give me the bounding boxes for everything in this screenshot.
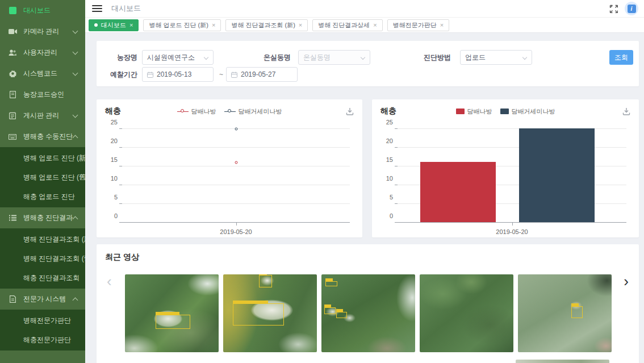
download-icon[interactable]: [346, 107, 354, 115]
leaf-photo-4[interactable]: [420, 274, 513, 352]
chevron-down-icon: [204, 55, 208, 60]
sidebar-item-8[interactable]: 전문가 시스템: [0, 289, 85, 310]
sidebar-item-0[interactable]: 대시보드: [0, 0, 85, 21]
method-select[interactable]: 업로드: [460, 50, 532, 65]
legend-item[interactable]: 담배나방: [177, 107, 216, 116]
detection-box: [571, 306, 583, 318]
legend-item[interactable]: 담배거세미나방: [224, 107, 282, 116]
tab-4[interactable]: 병해전문가판단×: [387, 19, 449, 31]
leaf-photo-1[interactable]: [125, 274, 219, 352]
tab-label: 병해 업로드 진단 (新): [149, 21, 208, 30]
content: 농장명 시설원예연구소 온실동명 온실동명 진단방법 업로드 조회 예찰기: [85, 34, 644, 363]
carousel-next-icon[interactable]: ›: [624, 274, 629, 289]
sidebar-subitem[interactable]: 병해 진단결과조회 (舊): [0, 249, 85, 268]
greenhouse-select[interactable]: 온실동명: [298, 50, 370, 65]
detection-label-tag: [336, 309, 342, 312]
detection-box: [324, 307, 336, 314]
y-tick-mark: [395, 185, 398, 185]
y-tick-mark: [119, 185, 122, 185]
sidebar-item-1[interactable]: 카메라 관리: [0, 21, 85, 42]
detection-label-tag: [571, 303, 578, 306]
y-tick-label: 0: [376, 212, 393, 219]
calendar-icon: [147, 72, 153, 78]
y-tick-label: 25: [101, 119, 118, 126]
y-tick-label: 5: [376, 194, 393, 201]
sidebar-item-6[interactable]: 병해충 수동진단: [0, 126, 85, 147]
sidebar-submenu: 병해전문가판단해충전문가판단: [0, 310, 85, 351]
detection-label-tag: [259, 274, 267, 275]
close-tab-icon[interactable]: ×: [373, 22, 377, 28]
data-point-담배나방[interactable]: [235, 161, 237, 164]
legend-item[interactable]: 담배거세미나방: [500, 107, 555, 116]
sidebar-item-2[interactable]: 사용자관리: [0, 42, 85, 63]
legend-line-marker: [177, 109, 189, 114]
tab-0[interactable]: 대시보드×: [89, 19, 139, 31]
sidebar-item-5[interactable]: 게시판 관리: [0, 105, 85, 126]
detection-box: [336, 312, 346, 318]
close-tab-icon[interactable]: ×: [440, 22, 444, 28]
method-label: 진단방법: [416, 53, 451, 62]
sidebar-subitem[interactable]: 병해 진단결과조회 (新): [0, 230, 85, 249]
tab-1[interactable]: 병해 업로드 진단 (新)×: [143, 19, 221, 31]
sidebar-item-label: 카메라 관리: [23, 27, 59, 36]
chevron-down-icon: [73, 70, 78, 76]
dashboard-icon: [8, 6, 17, 15]
data-point-담배거세미나방[interactable]: [235, 128, 237, 131]
period-start-input[interactable]: 2019-05-13: [142, 67, 214, 82]
sidebar-item-3[interactable]: 시스템코드: [0, 63, 85, 84]
fullscreen-icon[interactable]: [609, 5, 618, 13]
close-tab-icon[interactable]: ×: [129, 22, 133, 28]
leaf-photo-5[interactable]: [518, 274, 612, 352]
tab-label: 병해 진단결과조회 (新): [231, 21, 295, 30]
notification-chat-icon[interactable]: i: [625, 2, 638, 15]
close-tab-icon[interactable]: ×: [299, 22, 302, 28]
leaf-photo-2[interactable]: [223, 274, 317, 352]
sidebar-subitem[interactable]: 병해전문가판단: [0, 311, 85, 330]
legend-label: 담배나방: [191, 107, 216, 116]
sidebar-item-label: 농장코드승인: [23, 90, 64, 99]
menu-toggle-icon[interactable]: [92, 5, 102, 12]
y-tick-label: 15: [376, 156, 393, 163]
sidebar-subitem[interactable]: 해충전문가판단: [0, 330, 85, 349]
tab-3[interactable]: 병해 진단결과상세×: [312, 19, 383, 31]
sidebar-subitem[interactable]: 해충 진단결과조회: [0, 268, 85, 287]
leaf-photo-partial[interactable]: [516, 360, 609, 363]
x-tick-mark: [236, 223, 237, 226]
chevron-down-icon: [73, 112, 78, 118]
download-icon[interactable]: [622, 107, 630, 115]
chart-plot-area: 05101520252019-05-20: [122, 129, 350, 223]
image-carousel: [97, 274, 639, 363]
bar-담배거세미나방[interactable]: [519, 128, 595, 222]
leaf-photo-3[interactable]: [321, 274, 415, 352]
tab-2[interactable]: 병해 진단결과조회 (新)×: [225, 19, 308, 31]
y-tick-mark: [119, 203, 122, 204]
search-button[interactable]: 조회: [609, 50, 633, 65]
close-tab-icon[interactable]: ×: [212, 22, 215, 28]
tab-label: 병해 진단결과상세: [318, 21, 370, 30]
sidebar-item-label: 대시보드: [23, 6, 51, 15]
sidebar-subitem[interactable]: 병해 업로드 진단 (舊): [0, 168, 85, 187]
sidebar-item-7[interactable]: 병해충 진단결과: [0, 207, 85, 228]
farm-name-label: 농장명: [102, 53, 137, 62]
legend-item[interactable]: 담배나방: [456, 107, 492, 116]
sidebar-subitem[interactable]: 해충 업로드 진단: [0, 187, 85, 206]
y-tick-label: 0: [101, 212, 118, 219]
chevron-down-icon: [73, 49, 78, 55]
gridline: [122, 185, 350, 185]
chevron-down-icon: [522, 55, 527, 60]
greenhouse-label: 온실동명: [256, 53, 291, 62]
tab-label: 대시보드: [101, 21, 126, 30]
legend-label: 담배나방: [467, 107, 492, 116]
sidebar: 대시보드카메라 관리사용자관리시스템코드농장코드승인게시판 관리병해충 수동진단…: [0, 0, 85, 363]
chevron-up-icon: [73, 135, 78, 141]
period-end-input[interactable]: 2019-05-27: [226, 67, 298, 82]
bar-담배나방[interactable]: [420, 162, 496, 222]
camera-icon: [8, 27, 17, 36]
farm-name-select[interactable]: 시설원예연구소: [142, 50, 214, 65]
sidebar-item-4[interactable]: 농장코드승인: [0, 84, 85, 105]
topbar: 대시보드 i: [85, 0, 644, 17]
legend-label: 담배거세미나방: [512, 107, 555, 116]
sidebar-subitem[interactable]: 병해 업로드 진단 (新): [0, 148, 85, 168]
legend-swatch: [500, 109, 509, 114]
x-tick-label: 2019-05-20: [496, 228, 528, 235]
